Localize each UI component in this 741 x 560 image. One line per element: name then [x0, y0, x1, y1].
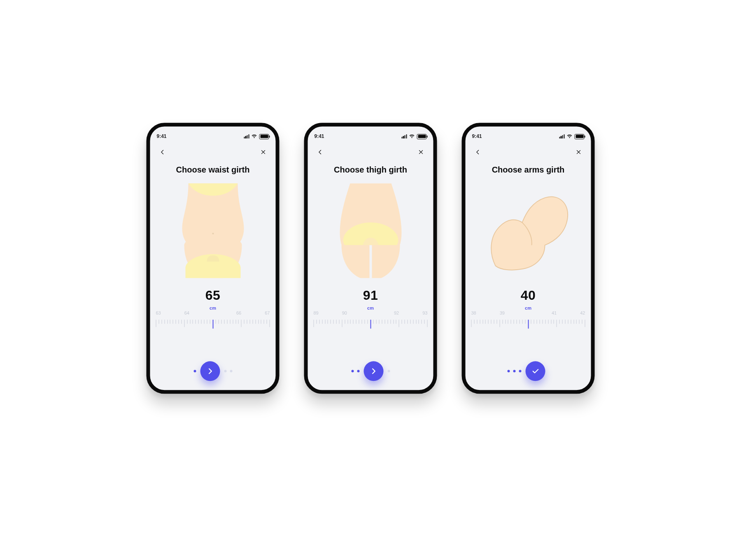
status-time: 9:41: [157, 133, 167, 139]
check-icon: [531, 367, 539, 375]
chevron-right-icon: [206, 367, 214, 375]
progress-dots-right: [387, 370, 390, 372]
ruler-tick-label: 90: [342, 310, 347, 315]
back-button[interactable]: [472, 146, 484, 158]
arm-illustration: [466, 178, 591, 283]
cellular-icon: [401, 134, 407, 138]
unit-label: cm: [308, 306, 433, 310]
status-bar: 9:41: [466, 126, 591, 142]
top-nav: [308, 142, 433, 158]
ruler-labels: 89 90 92 93: [308, 310, 433, 315]
progress-dots: [351, 370, 359, 372]
status-indicators: [401, 134, 426, 139]
waist-illustration: [150, 178, 276, 283]
showcase-row: 9:41 Choose waist girth: [147, 123, 595, 394]
phone-thigh: 9:41 Choose thigh girth: [304, 123, 437, 394]
battery-icon: [259, 134, 269, 139]
ruler-tick-label: 64: [184, 310, 189, 315]
ruler-tick-label: 92: [394, 310, 399, 315]
next-button[interactable]: [200, 361, 220, 381]
phone-waist: 9:41 Choose waist girth: [147, 123, 280, 394]
bottom-bar: [308, 361, 433, 381]
back-button[interactable]: [315, 146, 326, 158]
bottom-bar: [150, 361, 276, 381]
status-bar: 9:41: [150, 126, 276, 142]
ruler-ticks: [466, 320, 591, 329]
chevron-right-icon: [369, 367, 377, 375]
ruler-tick-label: 39: [500, 310, 505, 315]
progress-dots-right: [224, 370, 232, 372]
status-indicators: [559, 134, 584, 139]
ruler-slider[interactable]: 89 90 92 93: [308, 311, 433, 329]
top-nav: [150, 142, 276, 158]
progress-dots: [193, 370, 196, 372]
selected-value: 40: [466, 288, 591, 303]
back-button[interactable]: [157, 146, 168, 158]
close-icon: [261, 149, 266, 155]
ruler-tick-label: 67: [265, 310, 270, 315]
status-time: 9:41: [315, 133, 324, 139]
status-bar: 9:41: [308, 126, 433, 142]
next-button[interactable]: [364, 361, 383, 381]
close-icon: [418, 149, 424, 155]
wifi-icon: [409, 134, 415, 138]
selected-value: 65: [150, 288, 276, 303]
battery-icon: [417, 134, 427, 139]
ruler-ticks: [150, 320, 276, 329]
ruler-tick-label: 89: [314, 310, 319, 315]
progress-dots: [507, 370, 521, 372]
top-nav: [466, 142, 591, 158]
cellular-icon: [559, 134, 564, 138]
ruler-slider[interactable]: 63 64 66 67: [150, 311, 276, 329]
screen-title: Choose arms girth: [466, 165, 591, 175]
cellular-icon: [244, 134, 249, 138]
close-button[interactable]: [258, 146, 269, 158]
screen-title: Choose waist girth: [150, 165, 276, 175]
chevron-left-icon: [475, 149, 481, 155]
ruler-tick-label: 93: [422, 310, 427, 315]
ruler-labels: 63 64 66 67: [150, 310, 276, 315]
selected-value: 91: [308, 288, 433, 303]
bottom-bar: [466, 361, 591, 381]
battery-icon: [575, 134, 585, 139]
finish-button[interactable]: [525, 361, 545, 381]
chevron-left-icon: [317, 149, 324, 155]
status-indicators: [244, 134, 269, 139]
ruler-tick-label: 66: [236, 310, 241, 315]
thigh-illustration: [308, 178, 433, 283]
close-button[interactable]: [573, 146, 585, 158]
phone-arms: 9:41 Choose arms girth 40: [462, 123, 595, 394]
ruler-tick-label: 38: [471, 310, 476, 315]
status-time: 9:41: [472, 133, 482, 139]
ruler-tick-label: 42: [580, 310, 585, 315]
ruler-slider[interactable]: 38 39 41 42: [466, 311, 591, 329]
ruler-ticks: [308, 320, 433, 329]
unit-label: cm: [466, 306, 591, 310]
wifi-icon: [252, 134, 257, 138]
close-button[interactable]: [415, 146, 427, 158]
wifi-icon: [567, 134, 573, 138]
unit-label: cm: [150, 306, 276, 310]
ruler-tick-label: 63: [156, 310, 161, 315]
chevron-left-icon: [159, 149, 166, 155]
close-icon: [576, 149, 582, 155]
screen-title: Choose thigh girth: [308, 165, 433, 175]
ruler-labels: 38 39 41 42: [466, 310, 591, 315]
svg-rect-1: [369, 245, 372, 278]
ruler-tick-label: 41: [552, 310, 557, 315]
